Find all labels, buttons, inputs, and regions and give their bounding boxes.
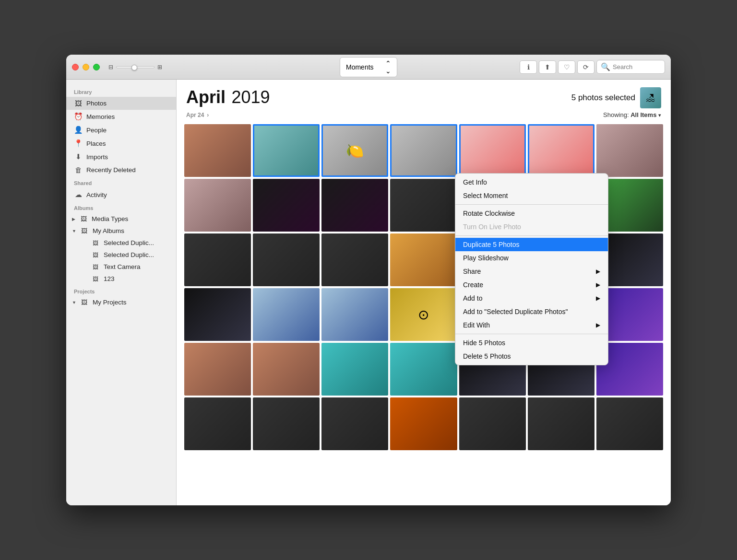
sidebar-item-label: My Albums (93, 227, 124, 234)
sidebar-item-label: Places (86, 140, 106, 147)
menu-item-share[interactable]: Share ▶ (455, 265, 608, 278)
sidebar-item-my-projects[interactable]: ▼ 🖼 My Projects (66, 296, 176, 308)
photo-cell[interactable] (253, 343, 320, 396)
photo-cell[interactable] (253, 179, 320, 232)
sidebar-item-activity[interactable]: ☁ Activity (66, 188, 176, 201)
photo-cell[interactable] (184, 397, 251, 450)
submenu-arrow: ▶ (596, 268, 600, 275)
submenu-arrow: ▶ (596, 295, 600, 302)
sidebar-item-selected-dup2[interactable]: 🖼 Selected Duplic... (66, 249, 176, 261)
menu-item-delete[interactable]: Delete 5 Photos (455, 350, 608, 363)
rotate-button[interactable]: ⟳ (577, 60, 594, 74)
photo-cell[interactable] (321, 397, 388, 450)
photo-cell[interactable] (321, 179, 388, 232)
photo-cell[interactable] (321, 288, 388, 341)
menu-item-get-info[interactable]: Get Info (455, 175, 608, 189)
sidebar-item-label: Photos (86, 100, 107, 107)
menu-item-label: Create (463, 281, 483, 289)
menu-item-label: Add to (463, 294, 482, 302)
photo-cell[interactable] (528, 397, 594, 450)
photo-cell[interactable] (253, 288, 320, 341)
menu-item-duplicate[interactable]: Duplicate 5 Photos (455, 238, 608, 251)
sidebar-item-selected-dup1[interactable]: 🖼 Selected Duplic... (66, 237, 176, 249)
photo-cell[interactable] (321, 343, 388, 396)
album-icon: 🖼 (91, 252, 100, 258)
photo-cell[interactable] (390, 343, 457, 396)
sidebar-item-people[interactable]: 👤 People (66, 123, 176, 137)
sidebar-item-label: Memories (86, 113, 115, 120)
activity-icon: ☁ (74, 190, 83, 199)
slider-thumb[interactable] (131, 65, 137, 70)
album-icon: 🖼 (91, 240, 100, 246)
sidebar-item-places[interactable]: 📍 Places (66, 137, 176, 150)
menu-item-rotate[interactable]: Rotate Clockwise (455, 207, 608, 220)
favorite-button[interactable]: ♡ (558, 60, 575, 74)
search-box[interactable]: 🔍 (596, 60, 665, 74)
photo-cell[interactable] (390, 233, 457, 286)
photo-cell[interactable] (253, 233, 320, 286)
photo-cell[interactable] (253, 397, 320, 450)
album-icon: 🖼 (91, 276, 100, 282)
places-icon: 📍 (74, 139, 83, 148)
moments-dropdown[interactable]: Moments ⌃⌄ (340, 57, 397, 77)
photo-cell[interactable] (459, 397, 526, 450)
zoom-slider[interactable] (116, 66, 155, 68)
menu-item-live-photo: Turn On Live Photo (455, 220, 608, 233)
photo-cell[interactable] (253, 124, 320, 177)
trash-icon: 🗑 (74, 166, 83, 174)
sidebar-item-123[interactable]: 🖼 123 (66, 273, 176, 285)
sidebar-item-label: Selected Duplic... (104, 239, 154, 246)
menu-item-create[interactable]: Create ▶ (455, 278, 608, 292)
minimize-button[interactable] (83, 64, 89, 70)
menu-item-edit-with[interactable]: Edit With ▶ (455, 318, 608, 332)
titlebar: ⊟ ⊞ Moments ⌃⌄ ℹ ⬆ ♡ ⟳ (66, 55, 671, 80)
date-nav-text: Apr 24 (186, 112, 204, 118)
menu-item-label: Delete 5 Photos (463, 352, 511, 360)
sidebar-item-text-camera[interactable]: 🖼 Text Camera (66, 261, 176, 273)
photo-cell[interactable] (528, 124, 594, 177)
date-nav-arrow[interactable]: › (207, 112, 209, 118)
menu-item-hide[interactable]: Hide 5 Photos (455, 336, 608, 350)
sidebar: Library 🖼 Photos ⏰ Memories 👤 People 📍 P… (66, 80, 177, 505)
menu-item-label: Duplicate 5 Photos (463, 241, 520, 248)
zoom-out-icon: ⊟ (108, 64, 113, 70)
album-icon: 🖼 (91, 264, 100, 270)
expanded-triangle: ▼ (72, 229, 76, 233)
search-input[interactable] (613, 63, 661, 70)
photo-cell[interactable]: ⊙ (390, 288, 457, 341)
menu-item-add-to-album[interactable]: Add to "Selected Duplicate Photos" (455, 305, 608, 318)
info-button[interactable]: ℹ (520, 60, 537, 74)
close-button[interactable] (72, 64, 79, 70)
content-header: April 2019 5 photos selected 🏖 (177, 80, 671, 108)
photo-cell[interactable] (390, 397, 457, 450)
photo-cell[interactable] (184, 233, 251, 286)
sidebar-item-my-albums[interactable]: ▼ 🖼 My Albums (66, 225, 176, 237)
photo-cell[interactable] (184, 288, 251, 341)
sidebar-item-label: Selected Duplic... (104, 251, 154, 258)
photo-cell[interactable] (596, 124, 663, 177)
photo-cell[interactable] (184, 179, 251, 232)
photo-cell[interactable] (184, 343, 251, 396)
photo-cell[interactable] (390, 179, 457, 232)
showing-chevron[interactable]: ▾ (658, 112, 661, 118)
sidebar-item-media-types[interactable]: ▶ 🖼 Media Types (66, 213, 176, 225)
share-button[interactable]: ⬆ (539, 60, 556, 74)
shared-section-label: Shared (66, 176, 176, 188)
sidebar-item-memories[interactable]: ⏰ Memories (66, 110, 176, 123)
photo-cell[interactable] (459, 124, 526, 177)
menu-item-select-moment[interactable]: Select Moment (455, 189, 608, 202)
photo-cell[interactable] (390, 124, 457, 177)
photo-cell[interactable]: 🍋 (321, 124, 388, 177)
sidebar-item-imports[interactable]: ⬇ Imports (66, 150, 176, 163)
maximize-button[interactable] (93, 64, 100, 70)
photo-cell[interactable] (184, 124, 251, 177)
sidebar-item-recently-deleted[interactable]: 🗑 Recently Deleted (66, 163, 176, 176)
photo-cell[interactable] (596, 397, 663, 450)
sidebar-item-photos[interactable]: 🖼 Photos (66, 97, 176, 110)
projects-icon: 🖼 (80, 299, 89, 306)
menu-item-add-to[interactable]: Add to ▶ (455, 292, 608, 305)
titlebar-center: Moments ⌃⌄ (340, 57, 397, 77)
menu-item-slideshow[interactable]: Play Slideshow (455, 251, 608, 265)
sidebar-item-label: People (86, 127, 107, 134)
photo-cell[interactable] (321, 233, 388, 286)
